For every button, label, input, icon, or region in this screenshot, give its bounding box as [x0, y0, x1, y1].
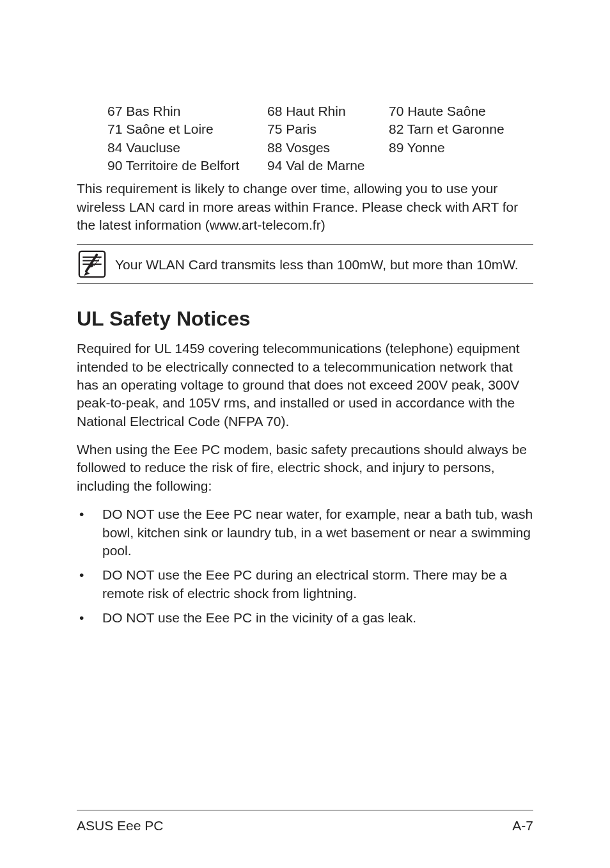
dept-cell: 70 Haute Saône — [389, 102, 486, 120]
bullet-marker: • — [77, 566, 102, 603]
table-row: 90 Territoire de Belfort 94 Val de Marne — [107, 157, 533, 175]
table-row: 71 Saône et Loire 75 Paris 82 Tarn et Ga… — [107, 120, 533, 138]
footer-left: ASUS Eee PC — [77, 818, 163, 833]
dept-cell: 68 Haut Rhin — [267, 102, 389, 120]
footer-right: A-7 — [512, 818, 533, 833]
intro-paragraph: This requirement is likely to change ove… — [77, 180, 533, 234]
list-item: • DO NOT use the Eee PC in the vicinity … — [77, 609, 533, 627]
list-item-text: DO NOT use the Eee PC in the vicinity of… — [102, 609, 533, 627]
note-callout: Your WLAN Card transmits less than 100mW… — [77, 244, 533, 284]
paragraph: When using the Eee PC modem, basic safet… — [77, 441, 533, 495]
table-row: 84 Vaucluse 88 Vosges 89 Yonne — [107, 139, 533, 157]
footer-rule — [77, 810, 533, 810]
dept-cell: 90 Territoire de Belfort — [107, 157, 267, 175]
dept-cell: 82 Tarn et Garonne — [389, 120, 504, 138]
note-text: Your WLAN Card transmits less than 100mW… — [115, 256, 519, 273]
list-item: • DO NOT use the Eee PC near water, for … — [77, 505, 533, 560]
dept-cell: 84 Vaucluse — [107, 139, 267, 157]
list-item-text: DO NOT use the Eee PC near water, for ex… — [102, 505, 533, 560]
note-icon — [78, 250, 106, 278]
departments-table: 67 Bas Rhin 68 Haut Rhin 70 Haute Saône … — [107, 102, 533, 175]
list-item-text: DO NOT use the Eee PC during an electric… — [102, 566, 533, 603]
page-footer: ASUS Eee PC A-7 — [77, 818, 533, 833]
list-item: • DO NOT use the Eee PC during an electr… — [77, 566, 533, 603]
dept-cell: 67 Bas Rhin — [107, 102, 267, 120]
bullet-marker: • — [77, 609, 102, 627]
section-heading-ul-safety: UL Safety Notices — [77, 307, 533, 331]
dept-cell: 94 Val de Marne — [267, 157, 389, 175]
bullet-marker: • — [77, 505, 102, 560]
dept-cell: 75 Paris — [267, 120, 389, 138]
table-row: 67 Bas Rhin 68 Haut Rhin 70 Haute Saône — [107, 102, 533, 120]
safety-bullet-list: • DO NOT use the Eee PC near water, for … — [77, 505, 533, 627]
dept-cell: 88 Vosges — [267, 139, 389, 157]
dept-cell: 71 Saône et Loire — [107, 120, 267, 138]
dept-cell: 89 Yonne — [389, 139, 445, 157]
paragraph: Required for UL 1459 covering telecommun… — [77, 340, 533, 430]
